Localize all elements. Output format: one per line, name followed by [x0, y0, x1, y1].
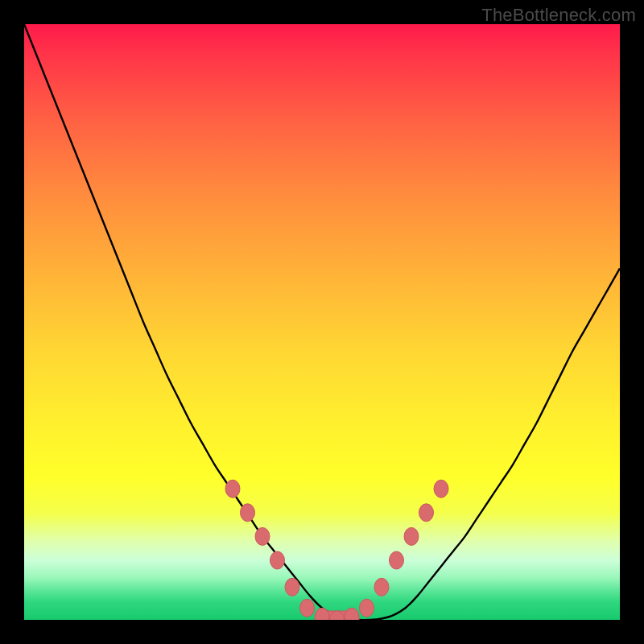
watermark-text: TheBottleneck.com: [481, 5, 636, 26]
curve-marker: [225, 480, 240, 497]
curve-marker: [360, 599, 374, 617]
curve-marker: [434, 480, 448, 497]
curve-marker: [419, 504, 434, 522]
bottleneck-curve: [24, 24, 620, 620]
curve-marker: [315, 608, 329, 620]
curve-marker: [241, 504, 255, 522]
plot-area: [24, 24, 620, 620]
curve-marker: [270, 551, 285, 569]
curve-line: [24, 24, 620, 620]
curve-marker: [255, 527, 270, 545]
curve-marker: [285, 578, 299, 596]
curve-marker: [345, 608, 359, 620]
curve-marker: [374, 578, 389, 596]
curve-marker: [300, 599, 315, 617]
curve-marker: [390, 551, 404, 569]
chart-frame: TheBottleneck.com: [0, 0, 644, 644]
curve-marker: [404, 527, 419, 545]
